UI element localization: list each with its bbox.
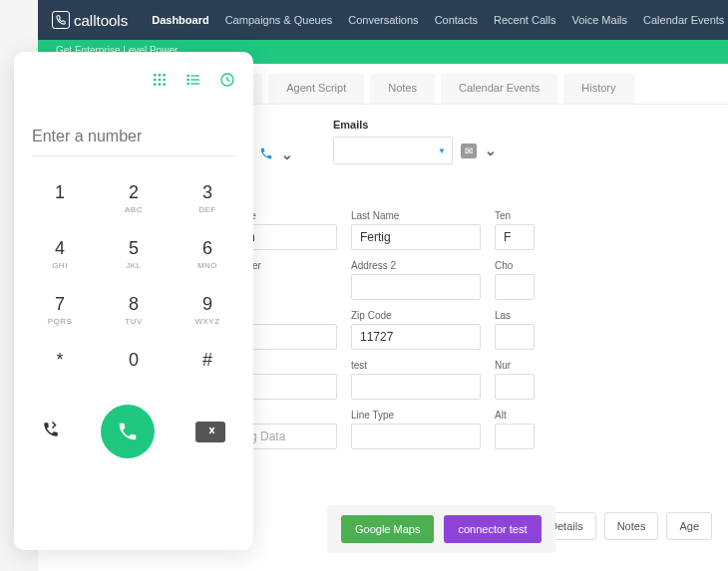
logo-text: calltools <box>74 12 128 29</box>
logo[interactable]: calltools <box>52 11 128 29</box>
dialpad-icon[interactable] <box>152 72 168 92</box>
key-8[interactable]: 8TUV <box>106 288 162 332</box>
las-field[interactable] <box>495 324 535 350</box>
main-nav: Dashboard Campaigns & Queues Conversatio… <box>152 14 724 26</box>
nav-dashboard[interactable]: Dashboard <box>152 14 208 26</box>
nav-campaigns[interactable]: Campaigns & Queues <box>225 14 333 26</box>
emails-label: Emails <box>333 119 712 131</box>
email-select[interactable]: ▼ <box>333 137 453 164</box>
svg-point-0 <box>154 74 157 77</box>
svg-point-8 <box>163 83 166 86</box>
key-star[interactable]: * <box>32 344 88 379</box>
svg-point-2 <box>163 74 166 77</box>
history-icon[interactable] <box>219 72 235 92</box>
key-0[interactable]: 0 <box>106 344 162 379</box>
chevron-down-icon[interactable]: ⌄ <box>485 143 497 158</box>
svg-point-12 <box>187 75 188 76</box>
list-icon[interactable] <box>185 72 201 92</box>
key-6[interactable]: 6MNO <box>180 232 235 276</box>
phone-logo-icon <box>52 11 70 29</box>
key-7[interactable]: 7PQRS <box>32 288 88 332</box>
connector-test-button[interactable]: connector test <box>444 515 541 543</box>
cho-field[interactable] <box>495 274 535 300</box>
notes-button[interactable]: Notes <box>604 512 659 540</box>
tab-agent-script[interactable]: Agent Script <box>268 74 364 104</box>
caret-down-icon: ▼ <box>438 146 446 155</box>
nav-voicemails[interactable]: Voice Mails <box>571 14 627 26</box>
top-navbar: calltools Dashboard Campaigns & Queues C… <box>38 0 728 40</box>
address2-field[interactable] <box>351 274 481 300</box>
zip-field[interactable] <box>351 324 481 350</box>
key-1[interactable]: 1 <box>32 176 88 220</box>
nav-contacts[interactable]: Contacts <box>435 14 478 26</box>
action-buttons: Google Maps connector test <box>327 505 555 553</box>
key-4[interactable]: 4GHI <box>32 232 88 276</box>
nur-field[interactable] <box>495 374 535 400</box>
age-button[interactable]: Age <box>666 512 712 540</box>
key-2[interactable]: 2ABC <box>106 176 162 220</box>
phone-icon[interactable] <box>259 146 273 163</box>
call-back-icon[interactable] <box>42 421 60 442</box>
svg-point-3 <box>154 79 157 82</box>
svg-point-4 <box>159 79 162 82</box>
svg-point-7 <box>159 83 162 86</box>
key-3[interactable]: 3DEF <box>180 176 235 220</box>
chevron-down-icon[interactable]: ⌄ <box>281 146 293 162</box>
call-button[interactable] <box>101 405 155 458</box>
last-name-field[interactable] <box>351 224 481 250</box>
dialer-panel: 1 2ABC 3DEF 4GHI 5JKL 6MNO 7PQRS 8TUV 9W… <box>14 52 253 550</box>
nav-recent-calls[interactable]: Recent Calls <box>494 14 555 26</box>
alt-field[interactable] <box>495 424 535 449</box>
key-hash[interactable]: # <box>180 344 235 379</box>
key-5[interactable]: 5JKL <box>106 232 162 276</box>
dialer-keypad: 1 2ABC 3DEF 4GHI 5JKL 6MNO 7PQRS 8TUV 9W… <box>32 176 235 379</box>
google-maps-button[interactable]: Google Maps <box>341 515 434 543</box>
svg-point-14 <box>187 83 188 84</box>
backspace-button[interactable] <box>195 422 225 442</box>
tab-notes[interactable]: Notes <box>370 74 435 104</box>
tab-calendar-events[interactable]: Calendar Events <box>441 74 557 104</box>
key-9[interactable]: 9WXYZ <box>180 288 235 332</box>
tab-history[interactable]: History <box>563 74 633 104</box>
dialer-number-input[interactable] <box>32 122 235 156</box>
svg-point-6 <box>154 83 157 86</box>
ten-field[interactable] <box>495 224 535 250</box>
envelope-icon[interactable]: ✉ <box>461 143 477 158</box>
svg-point-5 <box>163 79 166 82</box>
nav-calendar[interactable]: Calendar Events <box>643 14 724 26</box>
svg-point-13 <box>187 79 188 80</box>
svg-point-1 <box>159 74 162 77</box>
test2-field[interactable] <box>351 374 481 400</box>
nav-conversations[interactable]: Conversations <box>348 14 418 26</box>
line-type-field[interactable] <box>351 424 481 449</box>
